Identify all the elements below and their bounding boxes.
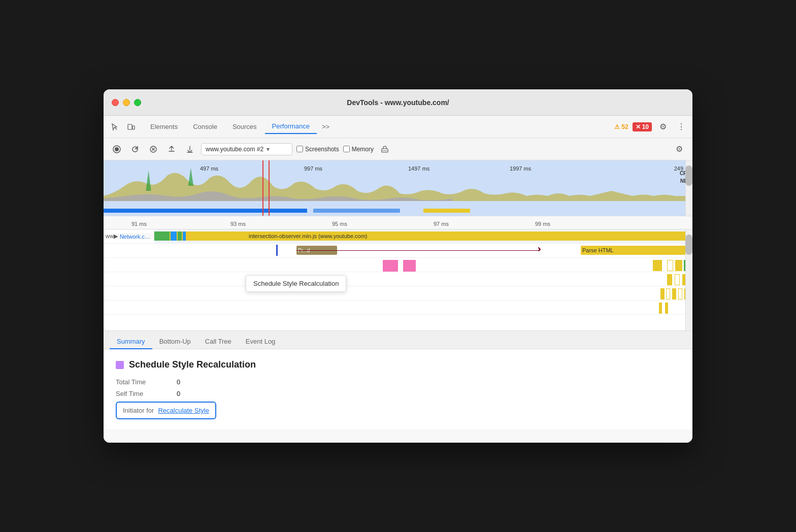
screenshots-checkbox-group[interactable]: Screenshots [296,146,339,153]
blue-bar-1[interactable] [171,231,177,241]
blue-bar-2[interactable] [183,231,186,241]
initiator-link[interactable]: Recalculate Style [158,407,209,414]
record-button[interactable] [110,142,124,156]
self-time-value: 0 [177,390,180,397]
reload-button[interactable] [128,142,142,156]
schedule-style-tooltip: Schedule Style Recalculation [246,275,346,292]
download-button[interactable] [183,142,197,156]
yblock-5b [672,288,676,300]
flamechart-row-6[interactable] [104,301,692,315]
flamechart-content-3 [154,258,692,272]
pink-block-2 [403,260,416,272]
tab-call-tree[interactable]: Call Tree [198,335,239,349]
tab-console[interactable]: Console [186,120,224,134]
red-marker-1 [262,160,263,216]
warning-badge: ⚠ 52 [614,123,628,130]
titlebar: DevTools - www.youtube.com/ [104,89,692,116]
upload-button[interactable] [164,142,179,156]
flamechart-content-5 [154,286,692,300]
pink-block-1 [383,260,398,272]
wblock-5b [678,288,682,300]
parse-html-bar[interactable]: Parse HTML [581,246,692,255]
initiator-row[interactable]: Initiator for Recalculate Style [116,402,216,419]
dropdown-arrow-icon: ▾ [267,146,270,153]
summary-panel: Schedule Style Recalculation Total Time … [104,349,692,429]
flamechart-scrollbar-thumb[interactable] [685,235,692,255]
flamechart-row-2[interactable]: Pr...d Parse HTML [104,244,692,258]
scrollbar-thumb[interactable] [685,165,692,186]
tab-elements[interactable]: Elements [143,120,185,134]
self-time-row: Self Time 0 [116,390,680,397]
device-icon[interactable] [124,120,138,134]
maximize-button[interactable] [134,99,141,106]
screenshots-label: Screenshots [305,146,339,153]
flamechart-row-3[interactable] [104,258,692,272]
bottom-tabs: Summary Bottom-Up Call Tree Event Log [104,331,692,349]
memory-checkbox[interactable] [343,146,350,152]
ruler-99ms: 99 ms [535,221,550,227]
cleanup-icon[interactable] [378,142,392,156]
screenshots-checkbox[interactable] [296,146,303,152]
minimize-button[interactable] [123,99,130,106]
network-row-label: ww▶ Network.com/ (www.youtube.c [104,233,154,240]
url-selector[interactable]: www.youtube.com #2 ▾ [201,143,292,155]
ruler-93ms: 93 ms [230,221,246,227]
window-title: DevTools - www.youtube.com/ [347,98,449,107]
green-bar-2[interactable] [178,231,182,241]
cursor-icon[interactable] [108,120,122,134]
summary-event-title: Schedule Style Recalculation [129,359,256,370]
flamechart-row-4[interactable] [104,272,692,286]
error-badge: ✕ 10 [633,122,652,131]
yellow-block-1 [653,260,662,271]
flamechart-content-6 [154,301,692,314]
timeline-overview[interactable]: 497 ms 997 ms 1497 ms 1997 ms 249 CPU NE… [104,160,692,216]
memory-checkbox-group[interactable]: Memory [343,146,374,153]
summary-color-swatch [116,361,124,369]
flamechart-content-4 [154,272,692,286]
flamechart-scrollbar[interactable] [685,229,692,330]
svg-rect-2 [132,126,135,129]
timeline-net-bars [104,209,685,213]
flamechart-row-1[interactable]: ww▶ Network.com/ (www.youtube.c intersec… [104,229,692,244]
tab-bottom-up[interactable]: Bottom-Up [152,335,198,349]
yellow-block-2 [667,260,673,271]
wblock-4 [675,274,680,285]
warning-count: 52 [621,123,628,130]
tab-right-icons: ⚠ 52 ✕ 10 ⚙ ⋮ [614,120,688,134]
more-icon[interactable]: ⋮ [674,120,688,134]
clear-button[interactable] [146,142,160,156]
task-arrow [296,250,540,251]
error-icon: ✕ [636,123,641,130]
total-time-label: Total Time [116,378,177,386]
time-label-1997: 1997 ms [510,165,531,172]
perf-settings-icon[interactable]: ⚙ [672,142,686,156]
performance-toolbar: www.youtube.com #2 ▾ Screenshots Memory … [104,138,692,160]
svg-point-4 [115,147,119,151]
tooltip-text: Schedule Style Recalculation [253,280,339,287]
bottom-panel: Summary Bottom-Up Call Tree Event Log Sc… [104,331,692,443]
tab-event-log[interactable]: Event Log [239,335,283,349]
settings-icon[interactable]: ⚙ [656,120,670,134]
flamechart[interactable]: ww▶ Network.com/ (www.youtube.c intersec… [104,229,692,331]
intersection-observer-span: intersection-observer.min.js (www.youtub… [249,233,368,239]
tab-performance[interactable]: Performance [265,119,317,134]
tabbar: Elements Console Sources Performance >> … [104,116,692,138]
green-bar-1[interactable] [154,231,170,241]
tab-summary[interactable]: Summary [110,335,152,349]
blue-marker [276,245,278,256]
yellow-block-3 [675,260,682,271]
intersection-observer-text[interactable]: intersection-observer.min.js (www.youtub… [246,231,692,241]
tab-sources[interactable]: Sources [225,120,264,134]
yblock-5 [660,288,665,300]
summary-title-row: Schedule Style Recalculation [116,359,680,370]
flamechart-row-5[interactable] [104,286,692,301]
time-label-1497: 1497 ms [408,165,429,172]
timeline-scrollbar[interactable] [685,160,692,216]
memory-label: Memory [352,146,374,153]
ruler-97ms: 97 ms [434,221,449,227]
tab-more[interactable]: >> [318,121,334,132]
time-label-497: 497 ms [200,165,218,172]
flamechart-content-1: intersection-observer.min.js (www.youtub… [154,229,692,243]
close-button[interactable] [112,99,119,106]
cpu-graph [104,160,685,201]
